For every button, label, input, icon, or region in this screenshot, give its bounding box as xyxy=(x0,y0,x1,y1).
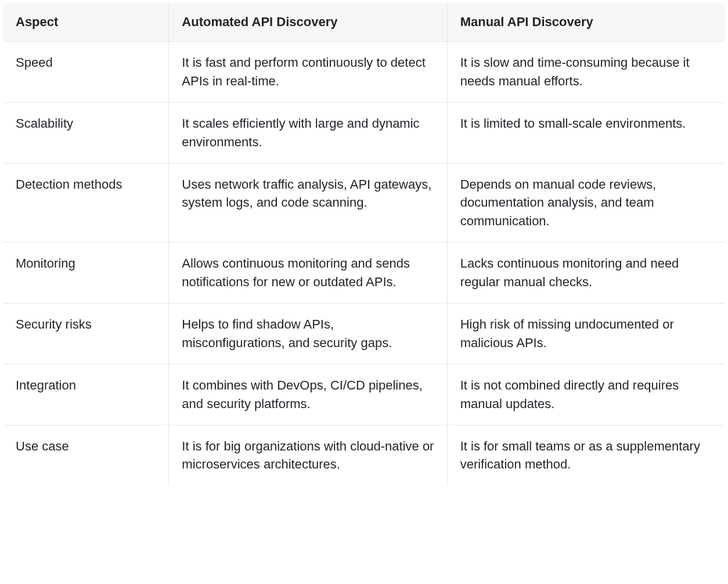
header-aspect: Aspect xyxy=(3,3,169,42)
cell-manual: It is limited to small-scale environment… xyxy=(447,102,725,163)
cell-manual: Lacks continuous monitoring and need reg… xyxy=(447,243,725,304)
cell-automated: It is fast and perform continuously to d… xyxy=(169,42,447,103)
table-header-row: Aspect Automated API Discovery Manual AP… xyxy=(3,3,726,42)
table-row: Monitoring Allows continuous monitoring … xyxy=(3,243,726,304)
cell-manual: High risk of missing undocumented or mal… xyxy=(447,304,725,365)
cell-aspect: Monitoring xyxy=(3,243,169,304)
table-body: Speed It is fast and perform continuousl… xyxy=(3,42,726,486)
cell-automated: It is for big organizations with cloud-n… xyxy=(169,425,447,486)
cell-automated: It scales efficiently with large and dyn… xyxy=(169,102,447,163)
comparison-table: Aspect Automated API Discovery Manual AP… xyxy=(2,2,726,486)
cell-automated: Uses network traffic analysis, API gatew… xyxy=(169,163,447,243)
cell-automated: It combines with DevOps, CI/CD pipelines… xyxy=(169,364,447,425)
cell-aspect: Detection methods xyxy=(3,163,169,243)
header-manual: Manual API Discovery xyxy=(447,3,725,42)
table-row: Speed It is fast and perform continuousl… xyxy=(3,42,726,103)
cell-automated: Helps to find shadow APIs, misconfigurat… xyxy=(169,304,447,365)
cell-aspect: Scalability xyxy=(3,102,169,163)
cell-aspect: Speed xyxy=(3,42,169,103)
cell-manual: It is not combined directly and requires… xyxy=(447,364,725,425)
cell-aspect: Security risks xyxy=(3,304,169,365)
table-row: Integration It combines with DevOps, CI/… xyxy=(3,364,726,425)
table-row: Use case It is for big organizations wit… xyxy=(3,425,726,486)
table-row: Security risks Helps to find shadow APIs… xyxy=(3,304,726,365)
cell-aspect: Integration xyxy=(3,364,169,425)
header-automated: Automated API Discovery xyxy=(169,3,447,42)
cell-manual: Depends on manual code reviews, document… xyxy=(447,163,725,243)
cell-aspect: Use case xyxy=(3,425,169,486)
cell-manual: It is slow and time-consuming because it… xyxy=(447,42,725,103)
cell-manual: It is for small teams or as a supplement… xyxy=(447,425,725,486)
table-row: Detection methods Uses network traffic a… xyxy=(3,163,726,243)
table-row: Scalability It scales efficiently with l… xyxy=(3,102,726,163)
cell-automated: Allows continuous monitoring and sends n… xyxy=(169,243,447,304)
